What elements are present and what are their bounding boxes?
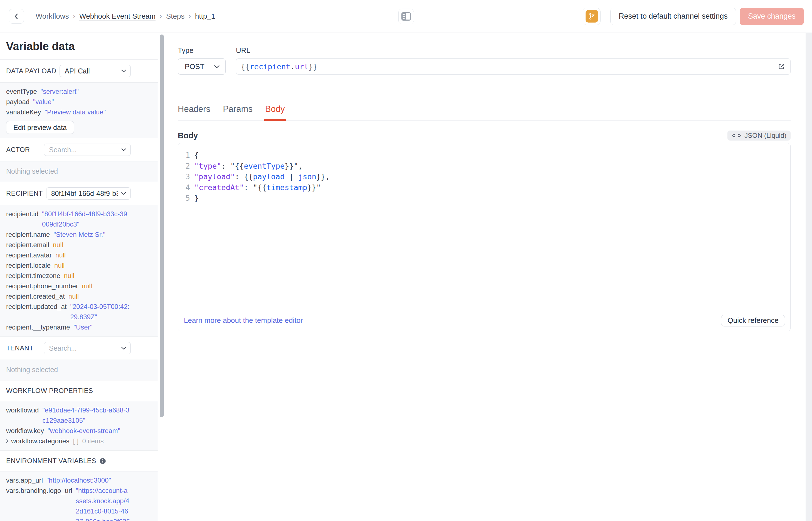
type-field: Type POST bbox=[178, 46, 225, 74]
variable-row-recipient-name: recipient.name"Steven Metz Sr." bbox=[6, 229, 131, 240]
breadcrumb-item-steps[interactable]: Steps bbox=[166, 12, 185, 21]
variable-row-recipient-updated-at: recipient.updated_at"2024-03-05T00:42:29… bbox=[6, 301, 131, 322]
breadcrumb-item-webhook-event-stream[interactable]: Webhook Event Stream bbox=[79, 12, 156, 21]
code-token: timestamp bbox=[266, 183, 307, 192]
tab-headers[interactable]: Headers bbox=[178, 104, 210, 120]
line-number: 3 bbox=[178, 172, 194, 182]
url-token: recipient bbox=[250, 62, 290, 71]
sidebar-layout-icon bbox=[401, 12, 411, 21]
tab-body[interactable]: Body bbox=[265, 104, 285, 120]
url-token: }} bbox=[309, 62, 318, 71]
tab-params[interactable]: Params bbox=[223, 104, 253, 120]
body-section-header: Body < > JSON (Liquid) bbox=[178, 131, 791, 140]
format-badge: < > JSON (Liquid) bbox=[727, 131, 791, 140]
variable-data-block: workflow.id"e91ddae4-7f99-45cb-a688-3c12… bbox=[0, 401, 158, 451]
breadcrumb-item-workflows[interactable]: Workflows bbox=[35, 12, 69, 21]
commit-button[interactable] bbox=[583, 8, 601, 25]
variable-label: eventType bbox=[6, 86, 37, 96]
variable-value: "server:alert" bbox=[41, 86, 79, 96]
template-editor-docs-link[interactable]: Learn more about the template editor bbox=[184, 316, 303, 325]
code-token: {{ bbox=[235, 162, 244, 170]
save-changes-button[interactable]: Save changes bbox=[740, 8, 804, 25]
variable-row-recipient-email: recipient.emailnull bbox=[6, 240, 131, 250]
method-select[interactable]: POST bbox=[178, 59, 225, 74]
variable-value: "Steven Metz Sr." bbox=[53, 229, 105, 240]
tenant-search-input[interactable]: Search... bbox=[44, 342, 131, 354]
variable-label: recipient.id bbox=[6, 209, 39, 219]
code-token: json bbox=[298, 172, 316, 181]
breadcrumb-item-http-1: http_1 bbox=[195, 12, 215, 21]
variable-value: "80f1f4bf-166d-48f9-b33c-39009df20bc3" bbox=[42, 209, 131, 229]
variable-row-recipient-id: recipient.id"80f1f4bf-166d-48f9-b33c-390… bbox=[6, 209, 131, 229]
code-token: {{ bbox=[258, 183, 267, 192]
tab-bar: HeadersParamsBody bbox=[178, 104, 791, 120]
sidebar-row-recipient: RECIPIENT80f1f4bf-166d-48f9-b33c bbox=[0, 182, 158, 205]
empty-selection-notice: Nothing selected bbox=[0, 161, 158, 182]
variable-row-recipient-created-at: recipient.created_atnull bbox=[6, 291, 131, 301]
variable-row-variablekey: variableKey"Preview data value" bbox=[6, 107, 131, 117]
code-token: "createdAt" bbox=[194, 183, 244, 192]
chevron-down-icon bbox=[121, 192, 126, 195]
variable-value: "Preview data value" bbox=[45, 107, 106, 117]
variable-label: recipient.email bbox=[6, 240, 49, 250]
url-token: {{ bbox=[241, 62, 250, 71]
code-line: 1{ bbox=[178, 150, 790, 161]
variable-label: workflow.id bbox=[6, 405, 39, 415]
variable-value: null bbox=[68, 291, 79, 301]
actor-search-input[interactable]: Search... bbox=[44, 143, 131, 156]
selected-value: 80f1f4bf-166d-48f9-b33c bbox=[51, 189, 118, 198]
variable-row-workflow-categories: workflow.categories[ ]0 items bbox=[6, 436, 131, 446]
section-label-recipient: RECIPIENT bbox=[6, 189, 43, 197]
breadcrumb-separator: › bbox=[160, 13, 162, 20]
sidebar-row-actor: ACTORSearch... bbox=[0, 138, 158, 161]
type-label: Type bbox=[178, 46, 225, 55]
breadcrumb-separator: › bbox=[73, 13, 75, 20]
sidebar-scrollbar-thumb[interactable] bbox=[160, 35, 164, 417]
external-link-icon[interactable] bbox=[778, 63, 785, 70]
body-editor-panel: 1{2"type": "{{eventType}}",3"payload": {… bbox=[178, 143, 791, 331]
variable-label: workflow.categories bbox=[11, 436, 69, 446]
code-text: "type": "{{eventType}}", bbox=[194, 161, 303, 172]
code-editor[interactable]: 1{2"type": "{{eventType}}",3"payload": {… bbox=[178, 143, 790, 310]
code-token: eventType bbox=[244, 162, 285, 170]
variable-value: "User" bbox=[73, 322, 92, 332]
code-token: : bbox=[235, 172, 244, 181]
edit-preview-data-button[interactable]: Edit preview data bbox=[6, 121, 74, 134]
sidebar-row-data-payload: DATA PAYLOADAPI Call bbox=[0, 60, 158, 83]
panel-toggle-button[interactable] bbox=[398, 9, 414, 24]
code-token: payload bbox=[253, 172, 285, 181]
step-editor-main: Type POST URL {{recipient.url}} He bbox=[166, 33, 806, 521]
page-scrollbar-track[interactable] bbox=[806, 33, 812, 521]
sidebar-section-header-workflow-properties: WORKFLOW PROPERTIES bbox=[0, 381, 158, 401]
quick-reference-button[interactable]: Quick reference bbox=[721, 315, 785, 326]
variable-row-recipient-phone-number: recipient.phone_numbernull bbox=[6, 281, 131, 291]
recipient-select[interactable]: 80f1f4bf-166d-48f9-b33c bbox=[46, 187, 131, 200]
code-line: 5} bbox=[178, 193, 790, 204]
back-button[interactable] bbox=[9, 9, 24, 24]
url-input[interactable]: {{recipient.url}} bbox=[236, 59, 791, 74]
section-label-workflow-properties: WORKFLOW PROPERTIES bbox=[6, 387, 93, 395]
url-token: . bbox=[290, 62, 295, 71]
request-config-row: Type POST URL {{recipient.url}} bbox=[178, 46, 791, 74]
code-token: } bbox=[194, 194, 199, 202]
chevron-down-icon bbox=[121, 69, 126, 73]
editor-footer: Learn more about the template editor Qui… bbox=[178, 310, 790, 331]
sidebar-section-header-environment-variables: ENVIRONMENT VARIABLES bbox=[0, 451, 158, 471]
info-icon[interactable] bbox=[100, 458, 106, 464]
url-label: URL bbox=[236, 46, 791, 55]
search-placeholder: Search... bbox=[49, 146, 118, 154]
code-text: "createdAt": "{{timestamp}}" bbox=[194, 182, 321, 193]
variable-value: null bbox=[54, 260, 65, 271]
section-label-data-payload: DATA PAYLOAD bbox=[6, 67, 56, 75]
variable-row-recipient-timezone: recipient.timezonenull bbox=[6, 271, 131, 281]
reset-channel-settings-button[interactable]: Reset to default channel settings bbox=[610, 8, 736, 25]
variable-data-block: eventType"server:alert"payload"value"var… bbox=[0, 83, 158, 138]
code-token: ", bbox=[294, 162, 303, 170]
code-icon: < > bbox=[732, 132, 742, 139]
variable-label: recipient.name bbox=[6, 229, 50, 240]
chevron-down-icon bbox=[121, 148, 126, 152]
chevron-right-icon[interactable] bbox=[5, 436, 9, 446]
code-token: : " bbox=[221, 162, 235, 170]
data-payload-select[interactable]: API Call bbox=[59, 65, 131, 77]
variable-value: "2024-03-05T00:42:29.839Z" bbox=[70, 301, 131, 322]
